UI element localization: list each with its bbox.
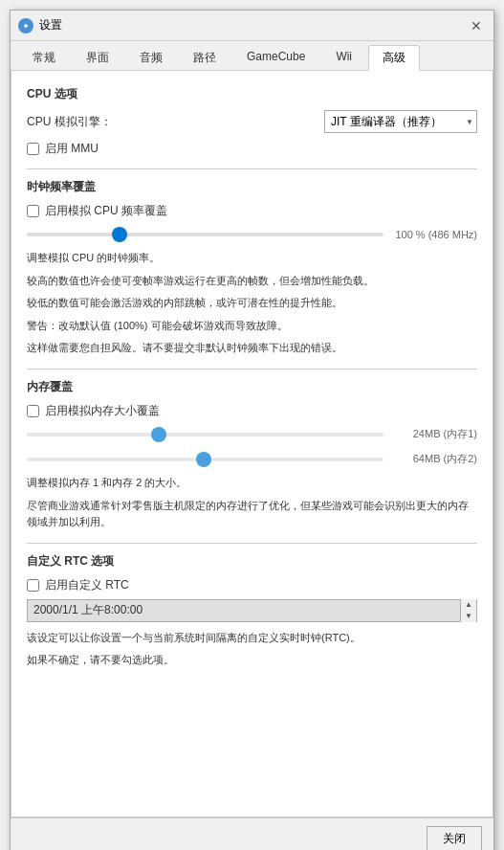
memory2-slider-container-row: 64MB (内存2) [27,450,477,469]
clock-enable-label[interactable]: 启用模拟 CPU 频率覆盖 [45,203,167,219]
cpu-engine-select-wrapper: JIT 重编译器（推荐） 解释器 [324,110,477,133]
clock-enable-checkbox[interactable] [27,205,39,217]
tab-path[interactable]: 路径 [179,45,230,70]
cpu-options-header: CPU 选项 [27,86,477,102]
memory2-slider-row: 64MB (内存2) [27,450,477,469]
close-button-footer[interactable]: 关闭 [427,826,482,850]
cpu-engine-label: CPU 模拟引擎： [27,114,112,130]
rtc-options-header: 自定义 RTC 选项 [27,553,477,570]
settings-window: 设置 ✕ 常规 界面 音频 路径 GameCube Wii 高级 CPU 选项 … [10,10,494,850]
clock-override-section: 时钟频率覆盖 启用模拟 CPU 频率覆盖 100 % (486 MHz) 调整模… [27,179,477,357]
tab-bar: 常规 界面 音频 路径 GameCube Wii 高级 [11,41,493,71]
app-icon [18,18,33,34]
rtc-enable-label[interactable]: 启用自定义 RTC [45,577,129,593]
memory1-slider-row: 24MB (内存1) [27,425,477,444]
rtc-enable-checkbox[interactable] [27,579,39,592]
divider-2 [27,369,477,369]
memory-override-header: 内存覆盖 [27,379,477,395]
memory-info: 调整模拟内存 1 和内存 2 的大小。 [27,475,477,492]
clock-warning2: 这样做需要您自担风险。请不要提交非默认时钟频率下出现的错误。 [27,340,477,357]
cpu-engine-select[interactable]: JIT 重编译器（推荐） 解释器 [324,110,477,133]
memory-enable-row: 启用模拟内存大小覆盖 [27,403,477,419]
cpu-options-section: CPU 选项 CPU 模拟引擎： JIT 重编译器（推荐） 解释器 启用 MMU [27,86,477,157]
memory-enable-label[interactable]: 启用模拟内存大小覆盖 [45,403,160,419]
title-bar: 设置 ✕ [11,11,493,41]
divider-3 [27,543,477,544]
memory2-slider-container [27,450,383,469]
memory-detail: 尽管商业游戏通常针对零售版主机限定的内存进行了优化，但某些游戏可能会识别出更大的… [27,498,477,531]
datetime-down-button[interactable]: ▼ [461,611,476,622]
clock-slider-container [27,225,383,244]
datetime-spinner: ▲ ▼ [460,599,476,622]
clock-warning1: 警告：改动默认值 (100%) 可能会破坏游戏而导致故障。 [27,318,477,335]
clock-slider[interactable] [27,233,383,236]
tab-wii[interactable]: Wii [321,45,366,70]
memory1-slider-container-row: 24MB (内存1) [27,425,477,444]
mmu-label[interactable]: 启用 MMU [45,141,99,157]
tab-advanced[interactable]: 高级 [368,45,420,71]
rtc-options-section: 自定义 RTC 选项 启用自定义 RTC 2000/1/1 上午8:00:00 … [27,553,477,669]
clock-enable-row: 启用模拟 CPU 频率覆盖 [27,203,477,219]
tab-interface[interactable]: 界面 [72,45,123,70]
memory1-slider-label: 24MB (内存1) [391,427,477,441]
rtc-info: 该设定可以让你设置一个与当前系统时间隔离的自定义实时时钟(RTC)。 [27,630,477,647]
memory2-slider[interactable] [27,458,383,461]
memory1-slider[interactable] [27,433,383,436]
tab-gamecube[interactable]: GameCube [232,45,319,70]
rtc-enable-row: 启用自定义 RTC [27,577,477,593]
datetime-display: 2000/1/1 上午8:00:00 [28,602,460,618]
close-button[interactable]: ✕ [467,16,486,35]
datetime-wrapper: 2000/1/1 上午8:00:00 ▲ ▼ [27,599,477,622]
clock-detail1: 较高的数值也许会使可变帧率游戏运行在更高的帧数，但会增加性能负载。 [27,273,477,290]
clock-override-header: 时钟频率覆盖 [27,179,477,195]
clock-detail2: 较低的数值可能会激活游戏的内部跳帧，或许可潜在性的提升性能。 [27,295,477,312]
tab-audio[interactable]: 音频 [125,45,177,70]
settings-content: CPU 选项 CPU 模拟引擎： JIT 重编译器（推荐） 解释器 启用 MMU [11,71,493,817]
bottom-bar: 关闭 [11,817,493,850]
clock-info: 调整模拟 CPU 的时钟频率。 [27,250,477,267]
memory-override-section: 内存覆盖 启用模拟内存大小覆盖 24MB (内存1) 6 [27,379,477,531]
tab-general[interactable]: 常规 [18,45,70,70]
datetime-up-button[interactable]: ▲ [461,599,476,611]
mmu-row: 启用 MMU [27,141,477,157]
cpu-engine-row: CPU 模拟引擎： JIT 重编译器（推荐） 解释器 [27,110,477,133]
memory2-slider-label: 64MB (内存2) [391,452,477,466]
rtc-note: 如果不确定，请不要勾选此项。 [27,652,477,669]
clock-slider-row: 100 % (486 MHz) [27,225,477,244]
title-bar-left: 设置 [18,17,62,34]
mmu-checkbox[interactable] [27,143,39,155]
clock-slider-label: 100 % (486 MHz) [391,229,477,240]
divider-1 [27,168,477,169]
memory1-slider-container [27,425,383,444]
memory-enable-checkbox[interactable] [27,405,39,417]
window-title: 设置 [39,17,62,34]
